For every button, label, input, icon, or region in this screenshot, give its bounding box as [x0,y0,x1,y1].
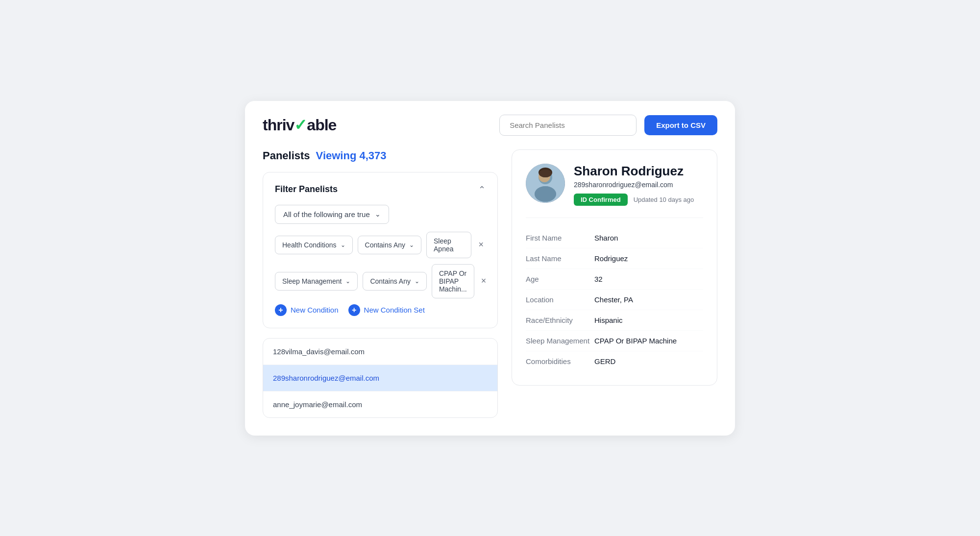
new-condition-set-plus-icon: + [348,304,360,316]
sleep-management-chevron-icon: ⌄ [345,278,350,285]
profile-name: Sharon Rodriguez [574,164,703,179]
panelist-item-2[interactable]: 289sharonrodriguez@email.com [263,365,497,391]
profile-badges: ID Confirmed Updated 10 days ago [574,194,703,206]
detail-row-sleep-management: Sleep Management CPAP Or BIPAP Machine [526,331,703,351]
avatar [526,164,565,203]
contains-any-label-1: Contains Any [365,241,406,249]
contains-any-chevron-icon-2: ⌄ [415,278,419,285]
detail-value-sleep-management: CPAP Or BIPAP Machine [594,337,677,345]
contains-any-chevron-icon-1: ⌄ [409,242,414,248]
health-conditions-dropdown[interactable]: Health Conditions ⌄ [275,236,353,254]
svg-point-5 [539,170,552,177]
detail-label-firstname: First Name [526,234,594,242]
detail-value-location: Chester, PA [594,295,633,304]
remove-condition-2-button[interactable]: × [479,274,489,288]
new-condition-label: New Condition [291,306,339,314]
detail-row-comorbidities: Comorbidities GERD [526,351,703,371]
profile-info: Sharon Rodriguez 289sharonrodriguez@emai… [574,164,703,206]
panelists-title: Panelists [263,149,310,162]
logic-dropdown[interactable]: All of the following are true ⌄ [275,205,389,224]
right-panel: Sharon Rodriguez 289sharonrodriguez@emai… [512,149,717,418]
profile-details: First Name Sharon Last Name Rodriguez Ag… [526,218,703,371]
detail-value-age: 32 [594,275,603,283]
panelists-header: Panelists Viewing 4,373 [263,149,498,162]
condition-value-1: Sleep Apnea [426,232,471,258]
remove-condition-1-button[interactable]: × [476,238,486,252]
app-container: thriv✓able Export to CSV Panelists Viewi… [245,101,735,436]
logic-label: All of the following are true [283,210,370,219]
condition-value-2: CPAP Or BIPAP Machin... [432,264,474,298]
filter-title: Filter Panelists [275,184,338,195]
contains-any-dropdown-1[interactable]: Contains Any ⌄ [358,236,422,254]
new-condition-set-button[interactable]: + New Condition Set [348,304,425,316]
sleep-management-label: Sleep Management [282,277,342,285]
export-csv-button[interactable]: Export to CSV [644,115,717,135]
detail-value-firstname: Sharon [594,234,618,242]
logo-checkmark: ✓ [294,116,307,134]
sleep-management-dropdown[interactable]: Sleep Management ⌄ [275,272,358,291]
panelist-list: 128vilma_davis@email.com 289sharonrodrig… [263,338,498,418]
detail-label-comorbidities: Comorbidities [526,357,594,365]
detail-label-location: Location [526,295,594,304]
health-conditions-label: Health Conditions [282,241,337,249]
header: thriv✓able Export to CSV [245,101,735,149]
detail-row-ethnicity: Race/Ethnicity Hispanic [526,310,703,331]
detail-row-location: Location Chester, PA [526,290,703,310]
logo-text-part2: able [307,116,336,134]
detail-value-ethnicity: Hispanic [594,316,623,324]
logo: thriv✓able [263,116,336,134]
new-condition-button[interactable]: + New Condition [275,304,339,316]
condition-row-1: Health Conditions ⌄ Contains Any ⌄ Sleep… [275,232,486,258]
logo-text-part1: thriv [263,116,294,134]
contains-any-label-2: Contains Any [370,277,411,285]
logic-chevron-icon: ⌄ [375,210,381,218]
profile-email: 289sharonrodriguez@email.com [574,181,703,189]
updated-text: Updated 10 days ago [634,196,694,203]
detail-row-firstname: First Name Sharon [526,228,703,248]
new-condition-set-label: New Condition Set [364,306,425,314]
viewing-count: Viewing 4,373 [316,149,387,162]
detail-value-lastname: Rodriguez [594,254,628,263]
header-right: Export to CSV [499,115,717,136]
detail-label-lastname: Last Name [526,254,594,263]
profile-header: Sharon Rodriguez 289sharonrodriguez@emai… [526,164,703,206]
health-conditions-chevron-icon: ⌄ [341,242,345,248]
add-buttons: + New Condition + New Condition Set [275,304,486,316]
panelist-item-3[interactable]: anne_joymarie@email.com [263,391,497,417]
panelist-item-1[interactable]: 128vilma_davis@email.com [263,339,497,365]
left-panel: Panelists Viewing 4,373 Filter Panelists… [263,149,498,418]
profile-card: Sharon Rodriguez 289sharonrodriguez@emai… [512,149,717,386]
search-input[interactable] [499,115,637,136]
detail-label-ethnicity: Race/Ethnicity [526,316,594,324]
detail-label-sleep-management: Sleep Management [526,337,594,345]
id-confirmed-badge: ID Confirmed [574,194,628,206]
filter-panel-header: Filter Panelists ⌃ [275,184,486,195]
detail-row-age: Age 32 [526,269,703,290]
detail-value-comorbidities: GERD [594,357,615,365]
svg-point-6 [535,186,556,202]
contains-any-dropdown-2[interactable]: Contains Any ⌄ [363,272,427,291]
filter-collapse-icon[interactable]: ⌃ [478,184,486,195]
filter-panel: Filter Panelists ⌃ All of the following … [263,172,498,328]
new-condition-plus-icon: + [275,304,287,316]
condition-row-2: Sleep Management ⌄ Contains Any ⌄ CPAP O… [275,264,486,298]
detail-label-age: Age [526,275,594,283]
main-content: Panelists Viewing 4,373 Filter Panelists… [245,149,735,436]
detail-row-lastname: Last Name Rodriguez [526,248,703,269]
